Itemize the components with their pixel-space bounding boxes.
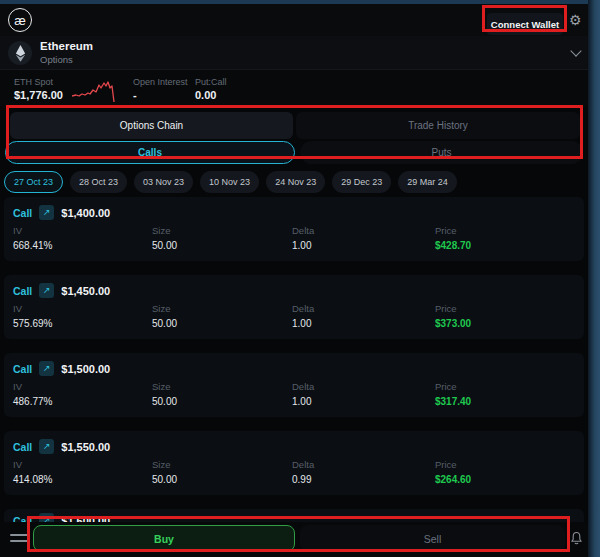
market-header[interactable]: Ethereum Options xyxy=(0,36,588,70)
expiry-pill-row: 27 Oct 23 28 Oct 23 03 Nov 23 10 Nov 23 … xyxy=(4,171,584,193)
ethereum-icon xyxy=(8,41,32,65)
top-bar: æ Connect Wallet ⚙ xyxy=(0,4,588,36)
option-row[interactable]: Call ↗ $1,450.00 IV 575.69% Size 50.00 D… xyxy=(4,275,584,339)
size-label: Size xyxy=(152,459,170,470)
expiry-pill[interactable]: 03 Nov 23 xyxy=(134,171,193,193)
toggle-puts[interactable]: Puts xyxy=(300,141,583,164)
iv-label: IV xyxy=(13,381,22,392)
iv-label: IV xyxy=(13,303,22,314)
size-value: 50.00 xyxy=(152,240,177,251)
put-call-label: Put:Call xyxy=(195,77,227,87)
option-type-label: Call xyxy=(13,441,32,453)
iv-value: 414.08% xyxy=(13,474,52,485)
price-label: Price xyxy=(435,225,457,236)
size-label: Size xyxy=(152,303,170,314)
chevron-down-icon[interactable] xyxy=(570,45,581,56)
price-label: Price xyxy=(435,303,457,314)
option-row[interactable]: Call ↗ $1,500.00 IV 486.77% Size 50.00 D… xyxy=(4,353,584,417)
toggle-calls[interactable]: Calls xyxy=(5,141,295,164)
size-value: 50.00 xyxy=(152,318,177,329)
option-type-label: Call xyxy=(13,285,32,297)
eth-spot-label: ETH Spot xyxy=(14,77,53,87)
gear-icon[interactable]: ⚙ xyxy=(569,12,582,28)
menu-icon[interactable] xyxy=(10,534,28,546)
option-row[interactable]: Call ↗ $1,550.00 IV 414.08% Size 50.00 D… xyxy=(4,431,584,495)
tab-trade-history[interactable]: Trade History xyxy=(296,112,580,139)
option-type-label: Call xyxy=(13,363,32,375)
external-link-icon[interactable]: ↗ xyxy=(39,205,54,220)
expiry-pill[interactable]: 29 Mar 24 xyxy=(398,171,457,193)
size-value: 50.00 xyxy=(152,396,177,407)
desktop-background: æ Connect Wallet ⚙ Ethereum Options ETH … xyxy=(0,0,600,557)
tab-options-chain[interactable]: Options Chain xyxy=(10,112,293,139)
notifications-bell-icon[interactable] xyxy=(570,531,583,546)
stats-row: ETH Spot $1,776.00 Open Interest - Put:C… xyxy=(0,70,588,106)
sell-button[interactable]: Sell xyxy=(300,525,565,552)
size-value: 50.00 xyxy=(152,474,177,485)
iv-value: 486.77% xyxy=(13,396,52,407)
strike-price: $1,500.00 xyxy=(61,363,110,375)
price-value: $428.70 xyxy=(435,240,471,251)
price-label: Price xyxy=(435,459,457,470)
iv-label: IV xyxy=(13,225,22,236)
app-window: æ Connect Wallet ⚙ Ethereum Options ETH … xyxy=(0,4,588,557)
external-link-icon[interactable]: ↗ xyxy=(39,439,54,454)
aevo-logo-icon[interactable]: æ xyxy=(8,8,32,32)
desktop-right-strip xyxy=(588,0,600,557)
strike-price: $1,400.00 xyxy=(61,207,110,219)
delta-value: 1.00 xyxy=(292,396,311,407)
market-subtitle: Options xyxy=(40,54,73,65)
delta-value: 0.99 xyxy=(292,474,311,485)
price-sparkline xyxy=(72,78,116,104)
put-call-value: 0.00 xyxy=(195,89,216,101)
expiry-pill[interactable]: 24 Nov 23 xyxy=(266,171,325,193)
price-label: Price xyxy=(435,381,457,392)
strike-price: $1,550.00 xyxy=(61,441,110,453)
size-label: Size xyxy=(152,381,170,392)
buy-button[interactable]: Buy xyxy=(33,525,295,552)
expiry-pill[interactable]: 29 Dec 23 xyxy=(332,171,391,193)
delta-label: Delta xyxy=(292,381,314,392)
price-value: $264.60 xyxy=(435,474,471,485)
eth-spot-value: $1,776.00 xyxy=(14,89,63,101)
delta-label: Delta xyxy=(292,459,314,470)
delta-value: 1.00 xyxy=(292,240,311,251)
external-link-icon[interactable]: ↗ xyxy=(39,361,54,376)
expiry-pill[interactable]: 10 Nov 23 xyxy=(200,171,259,193)
delta-label: Delta xyxy=(292,303,314,314)
external-link-icon[interactable]: ↗ xyxy=(39,283,54,298)
strike-price: $1,450.00 xyxy=(61,285,110,297)
market-name: Ethereum xyxy=(40,40,93,52)
iv-value: 668.41% xyxy=(13,240,52,251)
open-interest-value: - xyxy=(133,89,137,101)
open-interest-label: Open Interest xyxy=(133,77,188,87)
option-type-label: Call xyxy=(13,207,32,219)
expiry-pill[interactable]: 28 Oct 23 xyxy=(70,171,127,193)
price-value: $373.00 xyxy=(435,318,471,329)
size-label: Size xyxy=(152,225,170,236)
connect-wallet-button[interactable]: Connect Wallet xyxy=(487,13,563,35)
iv-label: IV xyxy=(13,459,22,470)
price-value: $317.40 xyxy=(435,396,471,407)
option-row[interactable]: Call ↗ $1,400.00 IV 668.41% Size 50.00 D… xyxy=(4,197,584,261)
delta-value: 1.00 xyxy=(292,318,311,329)
delta-label: Delta xyxy=(292,225,314,236)
bottom-action-bar: Buy Sell xyxy=(0,522,588,557)
iv-value: 575.69% xyxy=(13,318,52,329)
expiry-pill[interactable]: 27 Oct 23 xyxy=(4,171,63,193)
